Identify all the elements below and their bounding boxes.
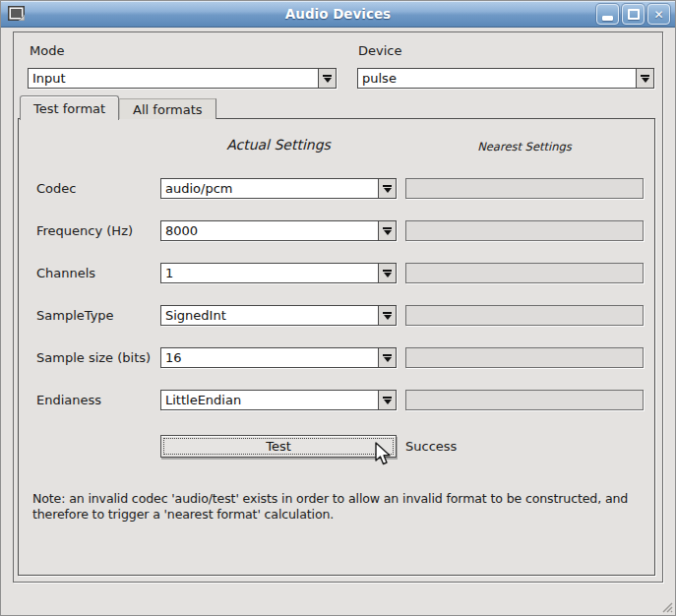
mode-combobox[interactable]: Input [28, 68, 337, 89]
frequency-row: Frequency (Hz) 8000 [19, 220, 654, 241]
mouse-cursor-icon [374, 442, 393, 468]
samplesize-label: Sample size (bits) [36, 350, 151, 365]
status-text: Success [405, 439, 457, 454]
nearest-samplesize-field [405, 347, 644, 368]
nearest-settings-header: Nearest Settings [405, 140, 644, 154]
title-bar[interactable]: Audio Devices ✕ [1, 1, 675, 28]
note-text: Note: an invalid codec 'audio/test' exis… [32, 491, 664, 523]
dropdown-arrow-icon[interactable] [378, 348, 396, 367]
endianess-combobox[interactable]: LittleEndian [160, 390, 397, 410]
actual-settings-header: Actual Settings [160, 137, 397, 153]
dropdown-arrow-icon[interactable] [378, 264, 396, 282]
resize-grip[interactable] [659, 599, 673, 613]
main-frame: Mode Input Device pulse Test format All … [13, 31, 663, 583]
samplesize-combobox[interactable]: 16 [160, 347, 397, 368]
dropdown-arrow-icon[interactable] [378, 221, 396, 240]
codec-row: Codec audio/pcm [19, 178, 654, 199]
sampletype-label: SampleType [36, 308, 114, 323]
audio-devices-window: Audio Devices ✕ Mode Input Device pulse … [0, 0, 676, 616]
tab-label: Test format [33, 101, 105, 116]
device-value: pulse [358, 69, 636, 88]
nearest-frequency-field [405, 220, 644, 241]
frequency-label: Frequency (Hz) [36, 223, 133, 238]
test-button[interactable]: Test [160, 435, 397, 458]
minimize-icon [602, 16, 613, 21]
dropdown-arrow-icon[interactable] [378, 179, 396, 198]
frequency-combobox[interactable]: 8000 [160, 220, 397, 241]
dropdown-arrow-icon[interactable] [318, 69, 336, 88]
tab-bar: Test format All formats [20, 94, 216, 119]
dropdown-arrow-icon[interactable] [378, 391, 396, 409]
samplesize-value: 16 [161, 348, 378, 367]
frequency-value: 8000 [161, 221, 378, 240]
nearest-channels-field [405, 263, 644, 283]
minimize-button[interactable] [596, 4, 619, 25]
endianess-row: Endianess LittleEndian [19, 390, 654, 410]
device-label: Device [358, 43, 401, 58]
mode-value: Input [29, 69, 318, 88]
window-title: Audio Devices [1, 1, 675, 27]
endianess-value: LittleEndian [161, 391, 378, 409]
device-combobox[interactable]: pulse [357, 68, 654, 89]
sampletype-row: SampleType SignedInt [19, 305, 654, 326]
endianess-label: Endianess [36, 393, 101, 407]
sampletype-combobox[interactable]: SignedInt [160, 305, 397, 326]
maximize-icon [628, 9, 640, 20]
close-icon: ✕ [653, 9, 663, 21]
mode-label: Mode [30, 43, 64, 58]
sampletype-value: SignedInt [161, 306, 378, 325]
codec-value: audio/pcm [161, 179, 378, 198]
nearest-sampletype-field [405, 305, 644, 326]
nearest-codec-field [405, 178, 644, 199]
dropdown-arrow-icon[interactable] [378, 306, 396, 325]
test-format-panel: Actual Settings Nearest Settings Codec a… [18, 118, 655, 576]
tab-test-format[interactable]: Test format [20, 95, 119, 120]
codec-label: Codec [36, 181, 76, 196]
channels-combobox[interactable]: 1 [160, 263, 397, 283]
samplesize-row: Sample size (bits) 16 [19, 347, 654, 368]
tab-label: All formats [133, 102, 202, 117]
tab-all-formats[interactable]: All formats [119, 98, 215, 119]
close-button[interactable]: ✕ [647, 4, 670, 25]
channels-row: Channels 1 [19, 263, 654, 283]
titlebar-buttons: ✕ [596, 4, 670, 25]
channels-value: 1 [161, 264, 378, 282]
dropdown-arrow-icon[interactable] [636, 69, 653, 88]
codec-combobox[interactable]: audio/pcm [160, 178, 397, 199]
nearest-endianess-field [405, 390, 644, 410]
maximize-button[interactable] [622, 4, 645, 25]
channels-label: Channels [36, 266, 95, 280]
